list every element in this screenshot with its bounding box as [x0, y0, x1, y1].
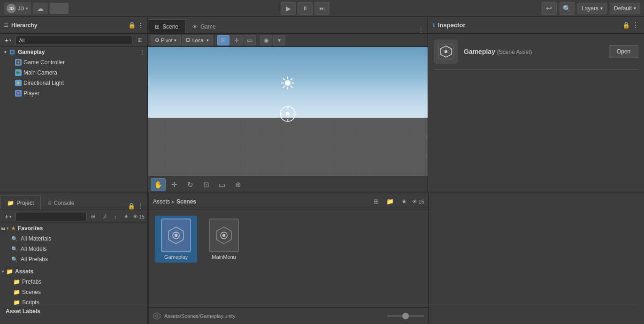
hierarchy-content: ▾ Gameplay ⋮ G	[0, 47, 147, 193]
mainmenu-thumb	[209, 219, 239, 252]
fx-tool-btn[interactable]: ▾	[273, 35, 285, 45]
rect-icon: ▭	[219, 181, 225, 189]
play-button[interactable]: ▶	[281, 2, 296, 15]
hierarchy-more-icon[interactable]: ⋮	[138, 22, 144, 29]
tab-project[interactable]: 📁 Project	[0, 196, 41, 210]
player-icon	[15, 90, 22, 97]
layers-dropdown[interactable]: Layers ▾	[577, 3, 607, 14]
fav-all-prefabs[interactable]: 🔍 All Prefabs	[0, 254, 147, 264]
layout-dropdown[interactable]: Default ▾	[610, 3, 640, 14]
fav-all-materials[interactable]: 🔍 All Materials	[0, 234, 147, 244]
toolbar-right: ↩ 🔍 Layers ▾ Default ▾	[542, 2, 640, 15]
favorites-section-header[interactable]: ▾ ★ Favorites	[0, 223, 147, 234]
file-item-mainmenu[interactable]: MainMenu	[203, 216, 245, 263]
project-search-input[interactable]	[15, 212, 87, 221]
fb-folder-btn[interactable]: 📁	[384, 196, 396, 207]
grid-icon: ⊞	[221, 37, 226, 44]
file-browser-content: Gameplay MainMe	[149, 210, 428, 307]
hierarchy-item-directional-light[interactable]: Directional Light	[0, 78, 147, 88]
svg-point-31	[175, 234, 177, 237]
svg-point-37	[222, 234, 225, 237]
hierarchy-item-main-camera[interactable]: Main Camera	[0, 68, 147, 78]
assets-scenes[interactable]: 📁 Scenes	[0, 287, 147, 297]
project-star-icon: ★	[124, 213, 129, 219]
zoom-slider[interactable]	[387, 315, 424, 317]
project-sort-btn[interactable]: ↕	[111, 212, 120, 221]
assets-label: Assets	[15, 268, 33, 275]
local-dropdown[interactable]: ⊡ Local ▾	[182, 35, 213, 45]
undo-button[interactable]: ↩	[542, 2, 557, 15]
fb-star-btn[interactable]: ★	[398, 196, 410, 207]
hierarchy-lock-icon[interactable]: 🔒	[128, 22, 136, 29]
breadcrumb-assets[interactable]: Assets	[153, 198, 170, 205]
collab-search-button[interactable]: 🔍	[560, 2, 575, 15]
hierarchy-label-main-camera: Main Camera	[23, 69, 57, 76]
svg-marker-4	[20, 72, 21, 74]
local-dropdown-icon: ▾	[207, 38, 209, 43]
scene-tabs-more[interactable]: ⋮	[414, 27, 428, 33]
snap-icon: ✛	[234, 37, 239, 44]
tab-game[interactable]: 👁 Game	[185, 19, 223, 33]
hand-tool-btn[interactable]: ✋	[151, 178, 166, 191]
hierarchy-search-input[interactable]	[15, 36, 132, 45]
hierarchy-more-gameplay[interactable]: ⋮	[139, 48, 146, 56]
fb-expand-btn[interactable]: ⊞	[370, 196, 382, 207]
project-expand-btn[interactable]: ⊞	[89, 212, 98, 221]
render-mode-btn[interactable]: ◉	[260, 35, 272, 45]
svg-point-25	[445, 50, 447, 53]
game-tab-icon: 👁	[192, 24, 198, 30]
pause-button[interactable]: ⏸	[298, 2, 313, 15]
rect-tool-btn[interactable]: ▭	[215, 178, 230, 191]
account-button[interactable]: JD JD ▾	[4, 2, 31, 15]
hierarchy-add-button[interactable]: + ▾	[3, 36, 14, 45]
hierarchy-item-gameplay[interactable]: ▾ Gameplay ⋮	[0, 47, 147, 57]
assets-prefabs-label: Prefabs	[22, 279, 41, 285]
fb-eye-icon: 👁	[412, 199, 417, 204]
project-star-btn[interactable]: ★	[122, 212, 130, 221]
inspector-lock-icon[interactable]: 🔒	[622, 22, 630, 29]
project-add-button[interactable]: + ▾	[3, 212, 14, 221]
hierarchy-search-options[interactable]: ⊞	[134, 36, 145, 45]
project-filter-btn[interactable]: ⊡	[100, 212, 109, 221]
breadcrumb-scenes[interactable]: Scenes	[176, 198, 196, 205]
project-tab-icon: 📁	[7, 200, 14, 206]
breadcrumb-sep-1: ▸	[172, 198, 175, 205]
grid-tool-btn[interactable]: ⊞	[217, 35, 230, 45]
fb-eye-count: 15	[418, 199, 424, 204]
expand-arrow-assets: ▾	[2, 269, 4, 274]
fb-eye-btn[interactable]: 👁 15	[412, 196, 424, 207]
project-lock-icon[interactable]: 🔒	[128, 203, 135, 210]
assets-section-header[interactable]: ▾ 📁 Assets	[0, 266, 147, 277]
expand-arrow-fav: ▾	[7, 226, 9, 231]
pivot-dropdown[interactable]: ⊕ Pivot ▾	[151, 35, 181, 45]
scene-viewport[interactable]	[148, 47, 428, 176]
gameplay-unity-icon	[167, 226, 185, 245]
svg-line-20	[291, 78, 292, 80]
file-item-gameplay[interactable]: Gameplay	[155, 216, 197, 263]
move-tool-btn[interactable]: ✛	[167, 178, 182, 191]
tab-scene[interactable]: ⊞ Scene	[148, 19, 185, 33]
step-button[interactable]: ⏭	[314, 2, 330, 15]
mainmenu-file-name: MainMenu	[212, 254, 236, 260]
align-tool-btn[interactable]: ▭	[244, 35, 256, 45]
project-more-icon[interactable]: ⋮	[137, 202, 144, 210]
hierarchy-label-gameplay: Gameplay	[18, 49, 45, 55]
align-icon: ▭	[247, 37, 252, 44]
cloud-button[interactable]: ☁	[33, 3, 48, 14]
transform-tool-btn[interactable]: ⊕	[230, 178, 245, 191]
snap-tool-btn[interactable]: ✛	[230, 35, 243, 45]
hierarchy-item-player[interactable]: Player	[0, 88, 147, 98]
tab-console[interactable]: ≡ Console	[41, 196, 81, 210]
hierarchy-item-game-controller[interactable]: Game Controller	[0, 57, 147, 68]
scale-tool-btn[interactable]: ⊡	[199, 178, 214, 191]
open-button[interactable]: Open	[609, 45, 638, 58]
hand-icon: ✋	[154, 181, 163, 189]
fav-all-models[interactable]: 🔍 All Models	[0, 244, 147, 254]
extra-button[interactable]	[50, 3, 69, 14]
project-eye-btn[interactable]: 👁 15	[133, 214, 145, 219]
rotate-tool-btn[interactable]: ↻	[183, 178, 198, 191]
asset-info: Gameplay (Scene Asset)	[464, 48, 532, 55]
assets-prefabs[interactable]: 📁 Prefabs	[0, 277, 147, 287]
inspector-more-icon[interactable]: ⋮	[632, 21, 639, 30]
fav-label-prefabs: All Prefabs	[21, 256, 48, 263]
